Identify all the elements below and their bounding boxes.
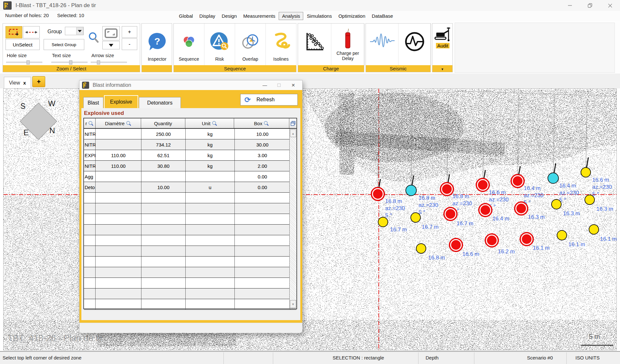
filter-magnifier-icon[interactable]: [88, 121, 94, 126]
blast-hole-red[interactable]: [443, 207, 458, 221]
scroll-down-icon[interactable]: ▼: [290, 300, 296, 308]
audit-button[interactable]: Audit: [432, 24, 453, 66]
table-row[interactable]: Deto10.00u0.00: [84, 182, 296, 193]
column-quantity[interactable]: Quantity: [141, 118, 185, 128]
table-row[interactable]: NITR110.0030.80kg2.00: [84, 161, 296, 171]
charge-chart-button[interactable]: [298, 24, 331, 66]
menu-item-analysis[interactable]: Analysis: [279, 12, 303, 20]
menu-item-design[interactable]: Design: [219, 12, 240, 20]
blast-hole-red[interactable]: [440, 182, 454, 196]
group-dropdown[interactable]: [65, 27, 84, 35]
seismic-wave-button[interactable]: [366, 24, 398, 66]
blast-hole-cyan[interactable]: [548, 173, 559, 184]
tab-blast[interactable]: Blast: [83, 97, 103, 108]
blast-hole-cyan[interactable]: [406, 185, 417, 196]
measure-button[interactable]: [23, 26, 40, 38]
column-unit[interactable]: Unit: [185, 118, 234, 128]
isolines-button[interactable]: Isolines: [266, 24, 296, 66]
menu-item-display[interactable]: Display: [196, 12, 218, 20]
table-row[interactable]: [84, 288, 296, 299]
add-view-tab-button[interactable]: +: [32, 76, 45, 87]
explosive-table[interactable]: r Diamètre Quantity Unit: [83, 118, 297, 309]
table-row[interactable]: NITR250.00kg10.00: [84, 129, 296, 139]
refresh-button[interactable]: ⟳ Refresh: [240, 94, 298, 106]
risk-button[interactable]: Risk: [204, 24, 235, 66]
blast-hole-red[interactable]: [511, 174, 525, 188]
blast-hole-yellow[interactable]: [551, 199, 562, 209]
text-size-slider[interactable]: [51, 62, 88, 63]
seismograph-button[interactable]: [398, 24, 431, 66]
restore-button[interactable]: [580, 0, 600, 11]
table-row[interactable]: [84, 299, 296, 310]
filter-magnifier-icon[interactable]: [264, 121, 269, 126]
table-row[interactable]: Agg0.00: [84, 171, 296, 182]
menu-item-global[interactable]: Global: [176, 12, 196, 20]
column-box[interactable]: Box: [234, 118, 289, 128]
blast-hole-red[interactable]: [520, 232, 534, 246]
select-group-button[interactable]: Select Group: [44, 39, 84, 50]
dialog-close-button[interactable]: ✕: [286, 80, 300, 90]
table-row[interactable]: NITR734.12kg30.00: [84, 139, 296, 150]
table-row[interactable]: [84, 225, 296, 235]
filter-magnifier-icon[interactable]: [212, 121, 217, 126]
menu-item-database[interactable]: DataBase: [369, 12, 396, 20]
blast-hole-red[interactable]: [514, 201, 528, 216]
overlap-button[interactable]: Overlap: [235, 24, 266, 66]
table-row[interactable]: [84, 278, 296, 288]
dialog-maximize-button[interactable]: ☐: [272, 80, 286, 90]
menu-item-measurements[interactable]: Measurements: [240, 12, 278, 20]
view-tab-close-icon[interactable]: x: [23, 80, 26, 86]
tab-view[interactable]: View x: [4, 77, 31, 88]
blast-hole-red[interactable]: [485, 233, 499, 248]
unselect-button[interactable]: UnSelect: [5, 39, 40, 50]
blast-hole-yellow[interactable]: [589, 224, 599, 235]
fit-view-button[interactable]: [102, 26, 120, 40]
blast-hole-yellow[interactable]: [584, 195, 595, 205]
blast-hole-yellow[interactable]: [416, 243, 426, 254]
close-button[interactable]: [600, 0, 620, 11]
filter-magnifier-icon[interactable]: [126, 121, 131, 126]
minimize-button[interactable]: [560, 0, 580, 11]
charge-scatter-icon: [305, 32, 325, 52]
compass-n: N: [49, 126, 55, 135]
table-row[interactable]: [84, 203, 296, 214]
blast-hole-red[interactable]: [478, 203, 492, 217]
scroll-up-icon[interactable]: ▲: [290, 129, 296, 137]
blast-hole-red[interactable]: [449, 238, 463, 252]
menu-item-optimization[interactable]: Optimization: [336, 12, 368, 20]
copy-table-icon[interactable]: [289, 118, 296, 128]
zoom-in-button[interactable]: +: [122, 26, 137, 38]
table-row[interactable]: [84, 214, 296, 225]
blast-hole-yellow[interactable]: [378, 217, 388, 227]
blast-hole-red[interactable]: [371, 187, 385, 201]
menu-item-simulations[interactable]: Simulations: [304, 12, 335, 20]
sequence-button[interactable]: Sequence: [174, 24, 204, 66]
blast-hole-yellow[interactable]: [410, 212, 421, 223]
dialog-title-bar[interactable]: 2 Blast information — ☐ ✕: [79, 80, 302, 90]
audit-dropdown-icon[interactable]: ▼: [441, 67, 444, 71]
inspector-button[interactable]: ? Inspector: [142, 24, 172, 66]
zoom-out-button[interactable]: -: [122, 38, 137, 50]
column-diametre[interactable]: Diamètre: [96, 118, 141, 128]
tab-explosive[interactable]: Explosive: [104, 95, 138, 108]
table-row[interactable]: [84, 267, 296, 278]
blast-hole-red[interactable]: [476, 178, 490, 192]
table-row[interactable]: [84, 235, 296, 246]
blast-hole-yellow[interactable]: [581, 167, 591, 177]
charge-per-delay-button[interactable]: Charge perDelay: [331, 24, 365, 66]
table-row[interactable]: [84, 193, 296, 203]
dialog-minimize-button[interactable]: —: [258, 80, 272, 90]
table-row[interactable]: [84, 246, 296, 257]
rectangle-select-button[interactable]: [5, 26, 22, 38]
hole-size-slider[interactable]: [6, 62, 42, 63]
arrow-size-slider[interactable]: [91, 62, 127, 63]
blast-hole-yellow[interactable]: [557, 230, 567, 240]
table-scrollbar[interactable]: ▲ ▼: [289, 129, 296, 308]
table-row[interactable]: EXPL110.0062.51kg3.00: [84, 150, 296, 161]
column-product[interactable]: r: [84, 118, 96, 128]
table-row[interactable]: [84, 257, 296, 267]
main-menu: GlobalDisplayDesignMeasurementsAnalysisS…: [176, 11, 397, 21]
zoom-button[interactable]: [86, 25, 101, 50]
tab-detonators[interactable]: Detonators: [139, 97, 181, 108]
fit-view-dropdown[interactable]: [102, 41, 120, 49]
